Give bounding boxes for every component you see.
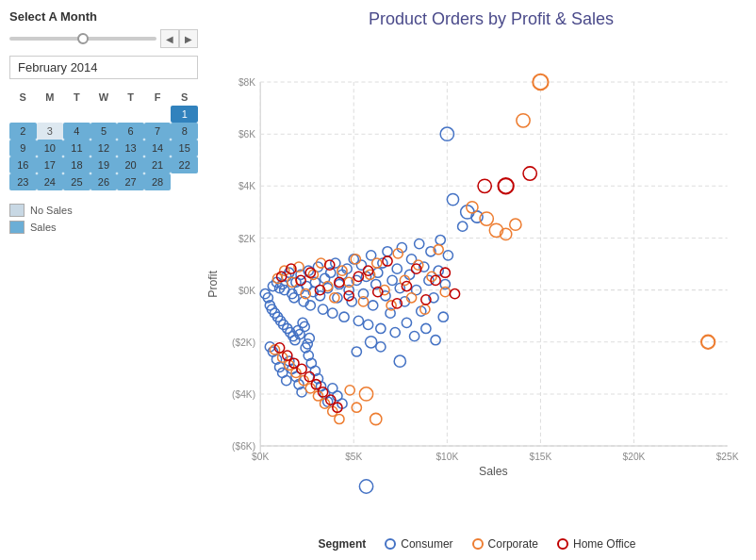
calendar-day[interactable]: 28 [144,173,172,190]
calendar-day[interactable]: 27 [117,173,144,190]
calendar-day [90,106,118,123]
svg-point-149 [447,193,458,205]
calendar-day[interactable]: 3 [37,123,64,140]
slider-thumb[interactable] [77,33,89,44]
svg-point-53 [328,308,337,318]
calendar-day[interactable]: 17 [37,156,64,173]
select-month-title: Select A Month [9,9,198,24]
svg-point-99 [438,312,448,321]
calendar-header: F [144,89,172,106]
segment-legend: Segment Consumer Corporate Home Office [207,537,747,551]
svg-point-229 [523,167,536,180]
calendar-header: S [9,89,37,106]
svg-point-202 [305,268,315,277]
no-sales-legend: No Sales [9,204,198,217]
calendar-day [171,173,198,190]
no-sales-label: No Sales [30,205,73,216]
svg-point-186 [335,414,344,423]
calendar-header: M [37,89,64,106]
month-slider[interactable]: ◀ ▶ [9,29,198,48]
svg-point-101 [443,251,452,260]
segment-label: Segment [319,537,367,551]
svg-text:$8K: $8K [238,77,255,88]
svg-text:$20K: $20K [623,452,646,462]
left-panel: Select A Month ◀ ▶ February 2014 SMTWTFS… [0,0,207,560]
right-panel: Product Orders by Profit & Sales Profit … [207,0,756,560]
calendar-day[interactable]: 14 [144,140,172,156]
calendar-day[interactable]: 12 [90,140,118,156]
svg-point-78 [387,275,397,285]
calendar-day[interactable]: 10 [37,140,64,156]
svg-point-98 [436,235,445,244]
svg-point-89 [415,239,424,248]
svg-point-151 [359,480,372,493]
calendar-day[interactable]: 7 [144,123,172,140]
calendar-day[interactable]: 21 [144,156,172,173]
svg-point-49 [318,305,327,314]
calendar-day[interactable]: 24 [37,173,64,190]
calendar-day [9,106,37,123]
svg-point-79 [390,327,400,337]
calendar-header: S [171,89,198,106]
sales-legend: Sales [9,221,198,234]
chart-area: Profit $8K $6K $4K $2K [207,35,747,534]
consumer-legend: Consumer [385,537,452,551]
svg-point-166 [372,258,382,268]
calendar-day[interactable]: 15 [171,140,198,156]
y-axis-label: Profit [207,271,220,298]
calendar-day [144,106,172,123]
calendar-day[interactable]: 25 [63,173,90,190]
svg-point-143 [394,355,405,367]
calendar-day[interactable]: 22 [171,156,198,173]
svg-point-206 [344,291,353,301]
calendar-day[interactable]: 16 [9,156,37,173]
consumer-icon [385,538,396,550]
svg-point-84 [402,318,411,327]
svg-point-96 [431,336,440,345]
calendar: SMTWTFS 12345678910111213141516171819202… [9,89,198,190]
calendar-day[interactable]: 11 [63,140,90,156]
calendar-day[interactable]: 23 [9,173,37,190]
svg-point-76 [383,247,392,256]
svg-point-92 [421,323,431,333]
calendar-day[interactable]: 1 [171,106,198,123]
svg-point-125 [282,376,291,386]
home-office-legend: Home Office [557,537,635,551]
svg-point-191 [510,219,521,230]
prev-month-button[interactable]: ◀ [160,29,179,48]
calendar-header: T [63,89,90,106]
svg-point-68 [363,320,372,329]
calendar-day[interactable]: 4 [63,123,90,140]
calendar-day[interactable]: 2 [9,123,37,140]
svg-point-193 [517,114,530,127]
svg-point-212 [402,281,411,290]
calendar-day[interactable]: 8 [171,123,198,140]
svg-text:($2K): ($2K) [232,338,255,348]
svg-text:$0K: $0K [252,452,269,462]
calendar-day [37,106,64,123]
home-office-icon [557,538,568,550]
calendar-header: T [117,89,144,106]
sales-label: Sales [30,222,57,233]
corporate-label: Corporate [488,537,538,551]
next-month-button[interactable]: ▶ [179,29,198,48]
svg-point-73 [376,323,386,333]
calendar-day[interactable]: 19 [90,156,118,173]
svg-text:$0K: $0K [238,286,255,296]
calendar-day[interactable]: 6 [117,123,144,140]
calendar-day[interactable]: 13 [117,140,144,156]
chart-title: Product Orders by Profit & Sales [207,9,747,29]
svg-point-146 [461,206,474,219]
svg-point-196 [370,413,382,424]
calendar-day[interactable]: 9 [9,140,37,156]
svg-point-216 [440,268,450,277]
svg-text:$25K: $25K [716,452,739,462]
calendar-day[interactable]: 5 [90,123,118,140]
slider-track[interactable] [9,37,156,41]
calendar-day[interactable]: 20 [117,156,144,173]
calendar-day[interactable]: 18 [63,156,90,173]
calendar-day [63,106,90,123]
calendar-day[interactable]: 26 [90,173,118,190]
sale-icon [9,221,25,234]
svg-text:$4K: $4K [238,181,255,191]
